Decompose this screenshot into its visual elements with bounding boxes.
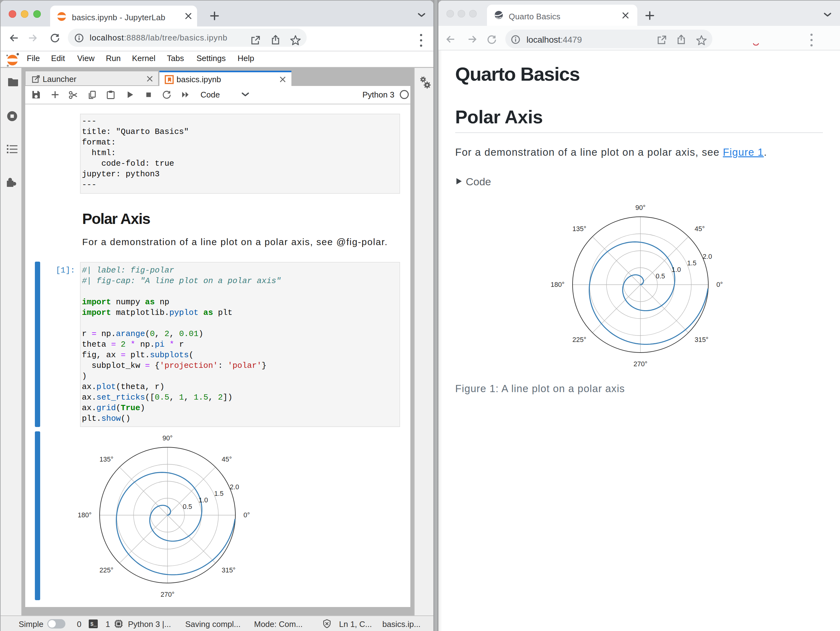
svg-text:$_: $_ [90,622,97,627]
